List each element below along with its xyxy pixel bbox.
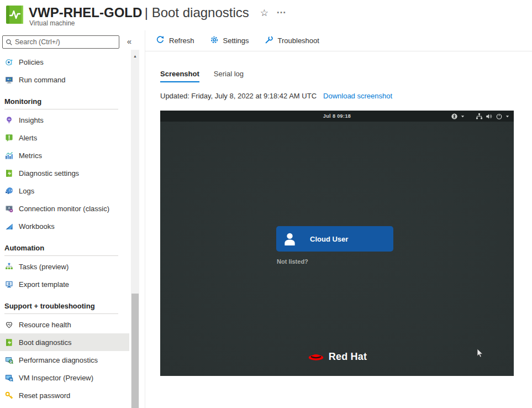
download-screenshot-link[interactable]: Download screenshot: [323, 92, 392, 100]
favorite-star-icon[interactable]: ☆: [260, 7, 268, 19]
power-icon: [496, 113, 503, 120]
resource-health-icon: [4, 320, 13, 329]
page-header: VWP-RHEL-GOLD | Boot diagnostics ☆ … Vir…: [0, 0, 532, 30]
main-content: Refresh Settings Troubleshoot Screenshot…: [145, 30, 532, 408]
run-command-icon: [4, 75, 13, 84]
login-user-label: Cloud User: [310, 235, 348, 243]
section-divider: [4, 109, 118, 109]
diagnostic-settings-icon: [4, 169, 13, 177]
connection-monitor-icon: [4, 204, 13, 213]
boot-diagnostics-page-icon: [4, 4, 25, 25]
svg-text:(x): (x): [8, 189, 13, 192]
sidebar-item-vm-inspector[interactable]: VM Inspector (Preview): [0, 369, 129, 386]
vm-boot-screenshot: Jul 8 09:18: [160, 111, 514, 376]
tab-bar: Screenshot Serial log: [160, 70, 532, 82]
refresh-button[interactable]: Refresh: [156, 35, 194, 46]
redhat-logo: Red Hat: [160, 350, 514, 364]
sidebar-item-policies[interactable]: Policies: [0, 53, 129, 71]
sidebar-item-reset-password[interactable]: Reset password: [0, 386, 129, 404]
page-title: VWP-RHEL-GOLD | Boot diagnostics: [29, 5, 249, 20]
scrollbar-thumb[interactable]: [131, 294, 139, 408]
sidebar-item-connection-monitor[interactable]: Connection monitor (classic): [0, 200, 129, 217]
refresh-icon: [156, 35, 165, 46]
gear-icon: [210, 35, 219, 46]
sidebar-item-resource-health[interactable]: Resource health: [0, 316, 129, 333]
alerts-icon: [4, 133, 13, 142]
insights-icon: [4, 116, 13, 124]
wrench-icon: [265, 35, 273, 46]
sidebar-item-performance-diagnostics[interactable]: Performance diagnostics: [0, 351, 129, 369]
logs-icon: (x): [4, 186, 13, 195]
user-avatar-icon: [282, 232, 297, 247]
export-template-icon: [4, 280, 13, 289]
scrollbar-up-arrow-icon[interactable]: ▲: [131, 52, 139, 60]
page-name: | Boot diagnostics: [145, 5, 249, 20]
metrics-icon: [4, 151, 13, 160]
sidebar-search[interactable]: [2, 35, 119, 49]
sidebar-item-export-template[interactable]: Export template: [0, 275, 129, 293]
tasks-icon: [4, 262, 13, 271]
vm-inspector-icon: [4, 373, 13, 382]
command-bar: Refresh Settings Troubleshoot: [145, 30, 532, 51]
sidebar-item-run-command[interactable]: Run command: [0, 71, 129, 88]
sidebar-item-insights[interactable]: Insights: [0, 111, 129, 129]
section-divider: [4, 313, 118, 314]
azure-portal-page: VWP-RHEL-GOLD | Boot diagnostics ☆ … Vir…: [0, 0, 532, 408]
vm-system-tray: [451, 111, 509, 122]
sidebar-scrollbar[interactable]: ▲: [131, 50, 139, 408]
redhat-fedora-icon: [307, 350, 325, 364]
sidebar-section-automation: Automation: [0, 239, 129, 255]
boot-diagnostics-icon: [4, 338, 13, 347]
sidebar-section-monitoring: Monitoring: [0, 93, 129, 109]
collapse-sidebar-button[interactable]: «: [127, 36, 131, 46]
mouse-cursor-icon: [477, 348, 483, 360]
performance-diagnostics-icon: [4, 355, 13, 364]
sidebar-section-support: Support + troubleshooting: [0, 297, 129, 313]
volume-icon: [486, 113, 493, 120]
search-icon: [6, 39, 13, 46]
chevron-down-icon: [505, 114, 509, 118]
sidebar-item-alerts[interactable]: Alerts: [0, 129, 129, 147]
sidebar-item-workbooks[interactable]: Workbooks: [0, 217, 129, 235]
network-icon: [476, 113, 483, 120]
redhat-logo-text: Red Hat: [329, 351, 367, 363]
more-options-icon[interactable]: …: [276, 4, 287, 16]
accessibility-icon: [451, 113, 458, 120]
section-divider: [4, 255, 118, 256]
sidebar-item-boot-diagnostics[interactable]: Boot diagnostics: [0, 333, 129, 351]
resource-name: VWP-RHEL-GOLD: [29, 5, 142, 20]
status-line: Updated: Friday, July 8, 2022 at 9:18:42…: [160, 92, 532, 100]
policies-icon: [4, 57, 13, 66]
sidebar-item-tasks[interactable]: Tasks (preview): [0, 258, 129, 275]
search-input[interactable]: [15, 38, 116, 46]
tab-screenshot[interactable]: Screenshot: [160, 70, 199, 82]
troubleshoot-button[interactable]: Troubleshoot: [265, 35, 319, 46]
reset-password-icon: [4, 391, 13, 400]
login-user-button[interactable]: Cloud User: [276, 226, 393, 252]
tab-serial-log[interactable]: Serial log: [214, 70, 244, 82]
sidebar-menu: Policies Run command Monitoring Insights…: [0, 50, 129, 408]
settings-button[interactable]: Settings: [210, 35, 249, 46]
sidebar-item-metrics[interactable]: Metrics: [0, 147, 129, 164]
sidebar: « Policies Run command Monitoring Insigh…: [0, 30, 139, 408]
sidebar-item-logs[interactable]: (x) Logs: [0, 182, 129, 200]
chevron-down-icon: [461, 114, 465, 118]
updated-timestamp: Updated: Friday, July 8, 2022 at 9:18:42…: [160, 92, 317, 100]
resource-type-label: Virtual machine: [29, 19, 75, 27]
sidebar-item-diagnostic-settings[interactable]: Diagnostic settings: [0, 164, 129, 182]
not-listed-link[interactable]: Not listed?: [277, 258, 308, 265]
workbooks-icon: [4, 222, 13, 231]
